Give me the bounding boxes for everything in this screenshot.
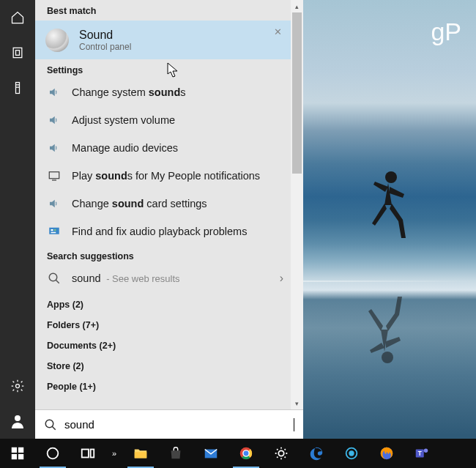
store-button[interactable] xyxy=(158,439,193,468)
svg-rect-20 xyxy=(18,447,23,453)
svg-point-23 xyxy=(48,448,59,459)
scroll-thumb[interactable] xyxy=(292,12,302,174)
start-search-panel: Best match Sound Control panel ✕ Setting… xyxy=(0,0,303,439)
settings-result[interactable]: Manage audio devices xyxy=(35,134,291,162)
settings-result[interactable]: Play sounds for My People notifications xyxy=(35,162,291,190)
result-label: Find and fix audio playback problems xyxy=(72,226,247,237)
result-label: Manage audio devices xyxy=(72,142,178,154)
result-category[interactable]: Documents (2+) xyxy=(35,333,291,354)
monitor-icon xyxy=(47,168,62,183)
svg-point-17 xyxy=(45,420,53,428)
troubleshoot-icon xyxy=(47,224,62,239)
watermark: gP xyxy=(431,18,461,46)
cortana-button[interactable] xyxy=(35,439,70,468)
file-explorer-button[interactable] xyxy=(123,439,158,468)
settings-result[interactable]: Change sound card settings xyxy=(35,190,291,218)
section-best-match: Best match xyxy=(35,0,291,19)
svg-rect-25 xyxy=(91,450,94,458)
speaker-icon xyxy=(47,141,62,155)
target-button[interactable] xyxy=(334,439,369,468)
svg-point-8 xyxy=(15,415,21,421)
svg-rect-26 xyxy=(135,452,147,458)
result-category[interactable]: Store (2) xyxy=(35,354,291,374)
runner-figure xyxy=(366,168,410,249)
taskbar: » T xyxy=(0,439,476,468)
rail-frame[interactable] xyxy=(0,35,35,70)
section-settings: Settings xyxy=(35,59,291,78)
svg-line-18 xyxy=(52,426,56,430)
svg-rect-4 xyxy=(16,83,20,94)
taskbar-overflow[interactable]: » xyxy=(105,439,123,468)
svg-rect-13 xyxy=(54,229,56,231)
svg-rect-21 xyxy=(12,454,17,459)
svg-rect-19 xyxy=(12,447,17,453)
edge-button[interactable] xyxy=(299,439,334,468)
rail-settings[interactable] xyxy=(0,368,35,404)
result-category[interactable]: People (1+) xyxy=(35,374,291,395)
firefox-button[interactable] xyxy=(369,439,404,468)
start-button[interactable] xyxy=(0,439,35,468)
results-scrollbar[interactable]: ▴ ▾ xyxy=(291,0,303,409)
speaker-icon xyxy=(47,85,62,100)
settings-result[interactable]: Adjust system volume xyxy=(35,106,291,134)
svg-line-16 xyxy=(56,280,59,283)
svg-point-35 xyxy=(349,451,354,456)
search-suggestion[interactable]: sound - See web results › xyxy=(35,264,291,292)
scroll-down[interactable]: ▾ xyxy=(291,397,303,409)
speaker-icon xyxy=(47,113,62,127)
svg-text:T: T xyxy=(418,450,422,457)
result-label: Adjust system volume xyxy=(72,114,175,126)
search-icon xyxy=(47,271,62,286)
search-icon xyxy=(44,418,57,431)
rail-tower[interactable] xyxy=(0,70,35,105)
results-pane: Best match Sound Control panel ✕ Setting… xyxy=(35,0,303,439)
text-caret xyxy=(294,418,294,431)
speaker-icon xyxy=(47,196,62,211)
task-view-button[interactable] xyxy=(70,439,105,468)
teams-button[interactable]: T xyxy=(404,439,439,468)
rail-home[interactable] xyxy=(0,0,35,35)
chevron-right-icon: › xyxy=(280,272,283,285)
svg-point-1 xyxy=(382,352,393,363)
svg-rect-12 xyxy=(51,229,53,231)
svg-point-7 xyxy=(16,385,20,388)
result-category[interactable]: Apps (2) xyxy=(35,292,291,313)
svg-rect-2 xyxy=(13,48,22,57)
svg-rect-9 xyxy=(49,172,59,179)
svg-rect-3 xyxy=(16,51,20,56)
search-box[interactable] xyxy=(35,409,303,439)
svg-point-33 xyxy=(278,450,283,456)
best-match-title: Sound xyxy=(79,28,131,42)
rail-user[interactable] xyxy=(0,404,35,439)
close-icon[interactable]: ✕ xyxy=(274,26,282,37)
svg-rect-14 xyxy=(51,232,56,234)
result-label: Change sound card settings xyxy=(72,198,207,209)
chrome-button[interactable] xyxy=(228,439,264,468)
section-suggestions: Search suggestions xyxy=(35,245,291,264)
result-label: Play sounds for My People notifications xyxy=(72,170,260,182)
scroll-up[interactable]: ▴ xyxy=(291,0,303,12)
settings-result[interactable]: Change system sounds xyxy=(35,78,291,106)
runner-reflection xyxy=(362,286,406,366)
svg-rect-22 xyxy=(18,454,23,459)
svg-point-39 xyxy=(424,449,428,453)
best-match-subtitle: Control panel xyxy=(79,42,131,52)
sound-icon xyxy=(45,29,69,52)
result-category[interactable]: Folders (7+) xyxy=(35,313,291,333)
result-label: Change system sounds xyxy=(72,86,186,98)
brightness-button[interactable] xyxy=(264,439,299,468)
start-rail xyxy=(0,0,35,439)
settings-result[interactable]: Find and fix audio playback problems xyxy=(35,218,291,245)
svg-point-0 xyxy=(385,171,397,183)
mail-button[interactable] xyxy=(193,439,228,468)
svg-rect-24 xyxy=(82,450,89,458)
best-match-item[interactable]: Sound Control panel ✕ xyxy=(35,21,291,59)
svg-point-15 xyxy=(49,273,57,281)
search-input[interactable] xyxy=(64,418,291,431)
